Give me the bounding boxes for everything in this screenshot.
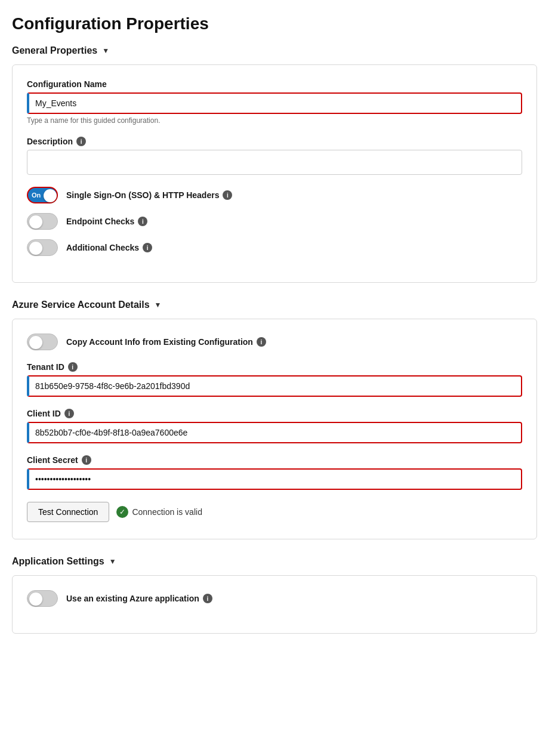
connection-status: ✓ Connection is valid: [116, 506, 202, 518]
use-existing-label: Use an existing Azure application i: [66, 594, 212, 603]
additional-checks-label: Additional Checks i: [66, 243, 152, 252]
sso-info-icon[interactable]: i: [223, 190, 232, 200]
config-name-input[interactable]: [27, 92, 522, 114]
sso-toggle[interactable]: On: [27, 187, 58, 203]
additional-checks-toggle-knob: [29, 242, 42, 255]
sso-toggle-row: On Single Sign-On (SSO) & HTTP Headers i: [27, 187, 522, 203]
tenant-id-info-icon[interactable]: i: [68, 362, 78, 372]
application-settings-header[interactable]: Application Settings ▼: [12, 556, 537, 567]
test-connection-button[interactable]: Test Connection: [27, 502, 109, 522]
azure-account-section: Azure Service Account Details ▼ Copy Acc…: [12, 300, 537, 539]
azure-account-label: Azure Service Account Details: [12, 300, 150, 310]
sso-toggle-knob: [44, 189, 57, 202]
general-properties-section: General Properties ▼ Configuration Name …: [12, 45, 537, 283]
use-existing-toggle-row: Use an existing Azure application i: [27, 590, 522, 607]
config-name-label: Configuration Name: [27, 79, 522, 89]
use-existing-toggle[interactable]: [27, 590, 58, 607]
general-properties-chevron-icon: ▼: [102, 47, 109, 55]
client-id-info-icon[interactable]: i: [64, 409, 74, 418]
client-secret-group: Client Secret i: [27, 455, 522, 490]
application-settings-label: Application Settings: [12, 556, 104, 567]
client-id-group: Client ID i: [27, 409, 522, 443]
client-secret-label: Client Secret i: [27, 455, 522, 465]
application-settings-chevron-icon: ▼: [109, 557, 116, 566]
copy-account-info-icon[interactable]: i: [257, 337, 266, 347]
use-existing-toggle-knob: [29, 593, 42, 606]
use-existing-info-icon[interactable]: i: [203, 594, 212, 603]
application-settings-section: Application Settings ▼ Use an existing A…: [12, 556, 537, 634]
sso-toggle-label: On: [32, 192, 41, 199]
additional-checks-toggle-row: Additional Checks i: [27, 239, 522, 256]
copy-account-toggle-knob: [29, 336, 42, 349]
client-id-label: Client ID i: [27, 409, 522, 418]
tenant-id-label: Tenant ID i: [27, 362, 522, 372]
test-connection-row: Test Connection ✓ Connection is valid: [27, 502, 522, 522]
general-properties-card: Configuration Name Type a name for this …: [12, 64, 537, 283]
endpoint-label: Endpoint Checks i: [66, 217, 147, 226]
description-label: Description i: [27, 137, 522, 146]
general-properties-header[interactable]: General Properties ▼: [12, 45, 537, 56]
endpoint-toggle[interactable]: [27, 213, 58, 230]
sso-label: Single Sign-On (SSO) & HTTP Headers i: [66, 190, 232, 200]
endpoint-info-icon[interactable]: i: [138, 217, 147, 226]
additional-checks-info-icon[interactable]: i: [143, 243, 152, 252]
client-id-input[interactable]: [27, 422, 522, 443]
description-input[interactable]: [27, 150, 522, 175]
endpoint-toggle-knob: [29, 215, 42, 229]
config-name-group: Configuration Name Type a name for this …: [27, 79, 522, 125]
endpoint-toggle-row: Endpoint Checks i: [27, 213, 522, 230]
page-title: Configuration Properties: [12, 14, 537, 33]
application-settings-card: Use an existing Azure application i: [12, 575, 537, 634]
tenant-id-group: Tenant ID i: [27, 362, 522, 397]
connection-status-text: Connection is valid: [132, 507, 202, 517]
additional-checks-toggle[interactable]: [27, 239, 58, 256]
description-info-icon[interactable]: i: [76, 137, 86, 146]
azure-account-chevron-icon: ▼: [155, 301, 162, 309]
azure-account-header[interactable]: Azure Service Account Details ▼: [12, 300, 537, 310]
general-properties-label: General Properties: [12, 45, 97, 56]
client-secret-info-icon[interactable]: i: [82, 455, 91, 465]
client-secret-input[interactable]: [27, 468, 522, 490]
config-name-hint: Type a name for this guided configuratio…: [27, 116, 522, 125]
connection-valid-icon: ✓: [116, 506, 128, 518]
copy-account-toggle[interactable]: [27, 334, 58, 350]
copy-account-label: Copy Account Info from Existing Configur…: [66, 337, 266, 347]
tenant-id-input[interactable]: [27, 375, 522, 397]
copy-account-toggle-row: Copy Account Info from Existing Configur…: [27, 334, 522, 350]
description-group: Description i: [27, 137, 522, 175]
azure-account-card: Copy Account Info from Existing Configur…: [12, 319, 537, 539]
